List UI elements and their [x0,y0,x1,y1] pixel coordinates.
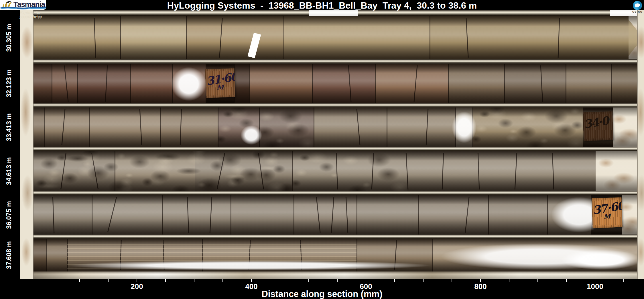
axis-tick [452,279,452,282]
axis-tick [308,279,309,282]
rubble-texture [292,151,407,191]
tasmania-logo-text: Tasmania [13,0,45,9]
axis-tick [423,279,424,282]
axis-tick [566,279,567,282]
axis-title: Distance along section (mm) [0,289,644,299]
csiro-logo-text: CSIRO [631,10,644,13]
csiro-logo: CSIRO [631,1,644,13]
depth-label: 30.305 m [5,16,13,59]
tray-left-board [20,10,34,279]
axis-tick [165,279,166,282]
core-segment [357,195,418,234]
rubble-texture [218,108,314,147]
tray-bottom-edge [20,271,644,279]
axis-tick [537,279,538,282]
axis-tick [79,279,80,282]
axis-tick [394,279,395,282]
light-flare [67,261,431,270]
axis-tick [280,279,280,282]
core-segment [120,16,186,59]
axis-tick [51,279,51,282]
depth-label: 37.608 m [5,234,13,277]
core-segment [249,64,312,103]
core-segment [46,239,67,271]
core-row: 34·0 [20,108,644,147]
tray-rail [20,191,644,195]
block-label: 34·0 [583,113,613,131]
core-segment [160,108,218,147]
tasmania-tagline: Explore the possibilities [11,11,49,19]
axis-tick [509,279,509,282]
axis-tick [337,279,338,282]
csiro-icon [633,1,642,10]
core-segment [566,64,611,103]
core-segment [34,195,92,234]
axis-tick [251,279,252,282]
axis-tick [137,279,137,282]
core-segment [488,195,547,234]
core-segment [89,108,160,147]
depth-label: 36.075 m [5,194,13,237]
depth-label: 32.123 m [5,62,13,105]
depth-block: 37·60M [592,197,623,228]
core-segment [186,16,283,59]
light-flare [171,67,206,101]
core-segment [430,16,629,59]
core-segment [611,64,637,103]
depth-block: 31·60M [205,68,235,98]
core-segment [162,195,231,234]
rubble-texture [34,151,292,191]
page-title: HyLogging Systems - 13968_BB-BH1_Bell_Ba… [0,0,644,10]
core-segment [130,64,172,103]
tray-rail [20,234,644,239]
core-segment [34,239,46,271]
depth-block: 34·0 [583,111,613,141]
core-segment [77,64,130,103]
light-flare [309,10,358,16]
axis-tick [480,279,481,282]
tray-rail [20,147,644,151]
empty-tray [596,151,637,191]
light-flare [561,250,641,270]
core-segment [375,64,448,103]
hylogging-viewer: HyLogging Systems - 13968_BB-BH1_Bell_Ba… [0,0,644,299]
core-tray-image: 31·60M34·037·60M [20,10,644,279]
core-segment [234,64,249,103]
core-segment [448,64,504,103]
empty-tray [613,108,637,147]
core-segment [504,64,566,103]
core-segment [312,64,375,103]
core-segment [34,16,120,59]
core-segment [44,108,89,147]
tray-right-board [637,10,644,279]
core-segment [231,195,294,234]
axis-tick [623,279,624,282]
axis-tick [366,279,366,282]
australia-map-icon [635,3,640,7]
core-row [20,151,644,191]
rubble-texture [472,108,583,147]
core-segment [387,108,455,147]
core-segment [34,108,44,147]
core-row: 37·60M [20,195,644,234]
core-row [20,239,644,271]
light-flare [241,125,262,145]
tasmania-logo: Tasmania [0,0,46,10]
core-row: 31·60M [20,64,644,103]
depth-label: 34.613 m [5,150,13,193]
core-segment [314,108,387,147]
core-row [20,16,644,59]
core-segment [92,195,162,234]
empty-tray [622,195,637,234]
axis-tick [194,279,194,282]
depth-label: 33.413 m [5,106,13,149]
tray-rail [20,59,644,64]
core-segment [418,195,488,234]
light-flare [452,112,476,143]
core-segment [283,16,430,59]
axis-tick [108,279,109,282]
axis-tick [222,279,223,282]
tray-rail [20,103,644,108]
axis-tick [595,279,595,282]
core-segment [34,64,52,103]
